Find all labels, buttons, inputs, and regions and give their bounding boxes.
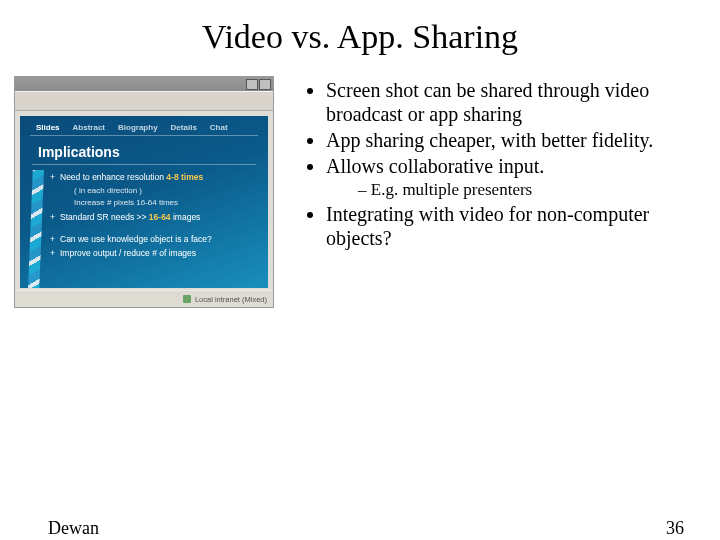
slide: Video vs. App. Sharing Slides Abstract B… [0,0,720,540]
bullet-list: Screen shot can be shared through video … [302,76,700,308]
bullet-item: Allows collaborative input. E.g. multipl… [326,154,700,200]
window-toolbar [15,91,273,111]
heading-underline [32,164,256,165]
list-text: images [171,212,201,222]
screenshot-thumbnail: Slides Abstract Biography Details Chat I… [14,76,274,308]
tab-details: Details [171,123,197,132]
tab-chat: Chat [210,123,228,132]
close-icon [259,79,271,90]
list-item: Improve output / reduce # of images [60,247,268,259]
list-text: Standard SR needs >> [60,212,149,222]
bullet-text: Allows collaborative input. [326,155,544,177]
bullet-subitem: E.g. multiple presenters [358,180,700,200]
slide-title: Video vs. App. Sharing [0,0,720,56]
list-item: Standard SR needs >> 16-64 images [60,211,268,223]
footer-author: Dewan [48,518,99,539]
list-accent: 16-64 [149,212,171,222]
content-list: Need to enhance resolution 4-8 times ( i… [20,171,268,259]
list-text: Need to enhance resolution [60,172,166,182]
list-subitem: Increase # pixels 16-64 times [60,197,268,209]
content-heading: Implications [20,136,268,164]
status-text: Local intranet (Mixed) [195,295,267,304]
bullet-item: App sharing cheaper, with better fidelit… [326,128,700,152]
list-item: Need to enhance resolution 4-8 times [60,171,268,183]
slide-body: Slides Abstract Biography Details Chat I… [0,56,720,308]
footer-page-number: 36 [666,518,684,539]
list-subitem: ( in each direction ) [60,185,268,197]
minimize-icon [246,79,258,90]
content-tabs: Slides Abstract Biography Details Chat [20,116,268,132]
window-titlebar [15,77,273,91]
tab-biography: Biography [118,123,158,132]
list-item: Can we use knowledge object is a face? [60,233,268,245]
bullet-item: Screen shot can be shared through video … [326,78,700,126]
tab-slides: Slides [36,123,60,132]
zone-icon [183,295,191,303]
window-statusbar: Local intranet (Mixed) [15,290,273,307]
window-content: Slides Abstract Biography Details Chat I… [20,116,268,288]
bullet-item: Integrating with video for non-computer … [326,202,700,250]
list-accent: 4-8 times [166,172,203,182]
tab-abstract: Abstract [73,123,105,132]
